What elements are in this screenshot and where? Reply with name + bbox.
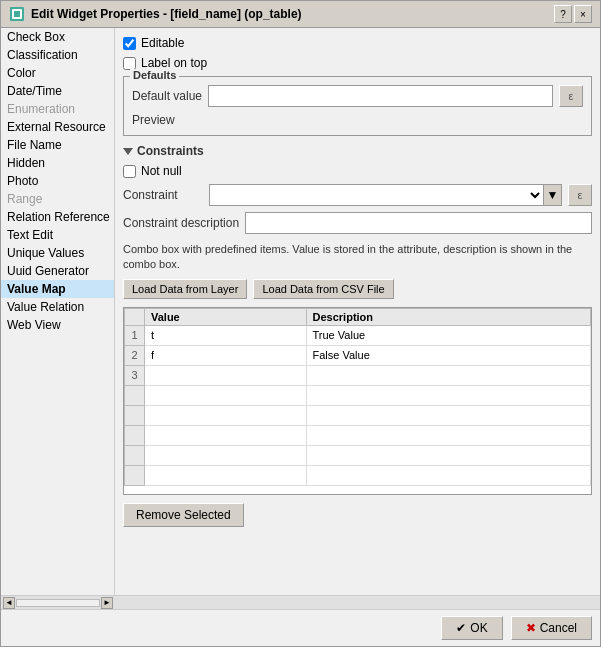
constraint-label: Constraint — [123, 188, 203, 202]
editable-checkbox[interactable] — [123, 37, 136, 50]
window-icon — [9, 6, 25, 22]
sidebar-item-date-time[interactable]: Date/Time — [1, 82, 114, 100]
value-map-table-wrapper: Value Description 1 t True Value 2 f Fal… — [123, 307, 592, 495]
description-column-header: Description — [306, 308, 590, 325]
description-cell[interactable]: False Value — [306, 345, 590, 365]
close-button[interactable]: × — [574, 5, 592, 23]
horizontal-scrollbar: ◄ ► — [1, 595, 600, 609]
remove-selected-button[interactable]: Remove Selected — [123, 503, 244, 527]
preview-area: Preview — [132, 113, 583, 127]
sidebar: Check Box Classification Color Date/Time… — [1, 28, 115, 595]
label-on-top-checkbox[interactable] — [123, 57, 136, 70]
value-column-header: Value — [145, 308, 307, 325]
empty-row — [125, 445, 591, 465]
sidebar-item-enumeration: Enumeration — [1, 100, 114, 118]
defaults-group: Defaults Default value ε Preview — [123, 76, 592, 136]
not-null-label: Not null — [141, 164, 182, 178]
ok-label: OK — [470, 621, 487, 635]
sidebar-item-web-view[interactable]: Web View — [1, 316, 114, 334]
load-buttons-row: Load Data from Layer Load Data from CSV … — [123, 279, 592, 299]
empty-row — [125, 465, 591, 485]
title-bar-left: Edit Widget Properties - [field_name] (o… — [9, 6, 302, 22]
sidebar-item-range: Range — [1, 190, 114, 208]
ok-icon: ✔ — [456, 621, 466, 635]
help-button[interactable]: ? — [554, 5, 572, 23]
constraints-section: Constraints Not null Constraint ▼ ε — [123, 144, 592, 234]
title-bar: Edit Widget Properties - [field_name] (o… — [1, 1, 600, 28]
ok-button[interactable]: ✔ OK — [441, 616, 502, 640]
sidebar-item-value-relation[interactable]: Value Relation — [1, 298, 114, 316]
constraint-dropdown-arrow[interactable]: ▼ — [544, 184, 562, 206]
load-csv-button[interactable]: Load Data from CSV File — [253, 279, 393, 299]
sidebar-item-color[interactable]: Color — [1, 64, 114, 82]
value-cell[interactable] — [145, 365, 307, 385]
load-layer-button[interactable]: Load Data from Layer — [123, 279, 247, 299]
cancel-icon: ✖ — [526, 621, 536, 635]
row-num-cell: 2 — [125, 345, 145, 365]
sidebar-item-value-map[interactable]: Value Map — [1, 280, 114, 298]
scroll-track[interactable] — [16, 599, 100, 607]
constraint-row: Constraint ▼ ε — [123, 184, 592, 206]
constraints-title: Constraints — [137, 144, 204, 158]
constraints-triangle-icon — [123, 148, 133, 155]
sidebar-item-external-resource[interactable]: External Resource — [1, 118, 114, 136]
main-window: Edit Widget Properties - [field_name] (o… — [0, 0, 601, 647]
sidebar-scrollbar: ◄ ► — [1, 596, 115, 609]
constraint-desc-label: Constraint description — [123, 216, 239, 230]
not-null-row: Not null — [123, 164, 592, 178]
value-map-info: Combo box with predefined items. Value i… — [123, 242, 592, 273]
constraint-desc-row: Constraint description — [123, 212, 592, 234]
value-cell[interactable]: f — [145, 345, 307, 365]
main-panel: Editable Label on top Defaults Default v… — [115, 28, 600, 595]
empty-row — [125, 405, 591, 425]
svg-rect-2 — [14, 11, 20, 17]
sidebar-item-uuid-generator[interactable]: Uuid Generator — [1, 262, 114, 280]
row-num-header — [125, 308, 145, 325]
constraint-desc-input[interactable] — [245, 212, 592, 234]
editable-row: Editable — [123, 36, 592, 50]
constraint-select[interactable] — [209, 184, 544, 206]
defaults-title: Defaults — [130, 69, 179, 81]
cancel-button[interactable]: ✖ Cancel — [511, 616, 592, 640]
default-value-row: Default value ε — [132, 85, 583, 107]
empty-row — [125, 385, 591, 405]
editable-label: Editable — [141, 36, 184, 50]
table-row[interactable]: 3 — [125, 365, 591, 385]
row-num-cell: 1 — [125, 325, 145, 345]
title-bar-buttons: ? × — [554, 5, 592, 23]
scroll-left-arrow[interactable]: ◄ — [3, 597, 15, 609]
table-row[interactable]: 2 f False Value — [125, 345, 591, 365]
label-on-top-row: Label on top — [123, 56, 592, 70]
main-scrollbar-spacer — [115, 596, 600, 609]
row-num-cell: 3 — [125, 365, 145, 385]
sidebar-item-photo[interactable]: Photo — [1, 172, 114, 190]
scroll-right-arrow[interactable]: ► — [101, 597, 113, 609]
cancel-label: Cancel — [540, 621, 577, 635]
sidebar-item-relation-reference[interactable]: Relation Reference — [1, 208, 114, 226]
remove-btn-row: Remove Selected — [123, 503, 592, 527]
default-value-label: Default value — [132, 89, 202, 103]
empty-row — [125, 425, 591, 445]
constraint-expr-button[interactable]: ε — [568, 184, 592, 206]
sidebar-item-file-name[interactable]: File Name — [1, 136, 114, 154]
sidebar-item-text-edit[interactable]: Text Edit — [1, 226, 114, 244]
table-row[interactable]: 1 t True Value — [125, 325, 591, 345]
default-value-input[interactable] — [208, 85, 553, 107]
description-cell[interactable] — [306, 365, 590, 385]
sidebar-item-unique-values[interactable]: Unique Values — [1, 244, 114, 262]
preview-label: Preview — [132, 113, 175, 127]
not-null-checkbox[interactable] — [123, 165, 136, 178]
value-map-table: Value Description 1 t True Value 2 f Fal… — [124, 308, 591, 486]
description-cell[interactable]: True Value — [306, 325, 590, 345]
sidebar-item-check-box[interactable]: Check Box — [1, 28, 114, 46]
label-on-top-label: Label on top — [141, 56, 207, 70]
sidebar-item-hidden[interactable]: Hidden — [1, 154, 114, 172]
sidebar-item-classification[interactable]: Classification — [1, 46, 114, 64]
constraints-header: Constraints — [123, 144, 592, 158]
content-area: Check Box Classification Color Date/Time… — [1, 28, 600, 595]
footer-bar: ✔ OK ✖ Cancel — [1, 609, 600, 646]
window-title: Edit Widget Properties - [field_name] (o… — [31, 7, 302, 21]
value-cell[interactable]: t — [145, 325, 307, 345]
default-expr-button[interactable]: ε — [559, 85, 583, 107]
constraint-select-wrapper: ▼ — [209, 184, 562, 206]
